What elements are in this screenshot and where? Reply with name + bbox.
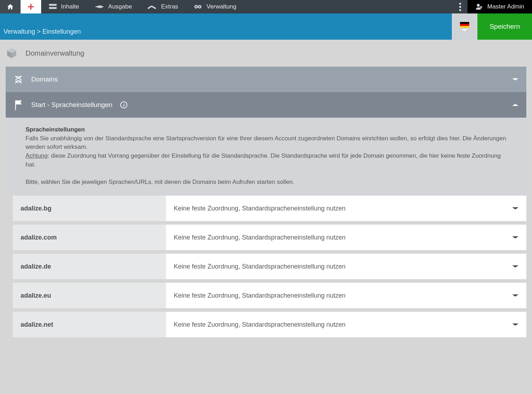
select-value: Keine feste Zuordnung, Standardsprachene… [174,205,508,212]
cube-icon [6,47,18,59]
table-row: adalize.euKeine feste Zuordnung, Standar… [13,283,526,308]
svg-point-8 [477,4,480,7]
home-button[interactable] [0,0,21,13]
nav-item-label: Ausgabe [108,3,132,10]
language-select[interactable]: Keine feste Zuordnung, Standardsprachene… [166,225,526,250]
svg-point-5 [195,6,197,7]
page-title: Domainverwaltung [26,49,84,57]
group-header-domains[interactable]: Domains [6,67,526,92]
nav-item-label: Verwaltung [206,3,236,10]
svg-marker-3 [151,6,156,9]
domain-label: adalize.eu [13,283,166,308]
save-button[interactable]: Speichern [477,13,532,40]
svg-rect-0 [49,4,56,6]
chevron-down-icon [512,265,519,268]
lang-attention-label: Achtung [26,152,48,159]
select-value: Keine feste Zuordnung, Standardsprachene… [174,263,508,270]
lang-paragraph-2: : diese Zuordnung hat Vorrang gegenüber … [26,152,501,168]
nav-item-extras[interactable]: Extras [140,0,186,13]
table-row: adalize.comKeine feste Zuordnung, Standa… [13,225,526,250]
svg-rect-1 [49,7,56,9]
chevron-up-icon [512,104,519,106]
home-icon [6,3,14,10]
chevron-down-icon [512,207,519,209]
nav-item-label: Extras [161,3,178,10]
svg-marker-2 [148,6,152,9]
subheader: Verwaltung > Einstellungen Speichern [0,13,532,40]
svg-point-7 [199,6,200,7]
admin-label: Master Admin [487,3,524,10]
group-title: Start - Spracheinstellungen [31,101,112,109]
select-value: Keine feste Zuordnung, Standardsprachene… [174,292,508,299]
svg-rect-11 [15,100,16,110]
lang-paragraph-1: Falls Sie unabhängig von der Standardspr… [26,134,506,152]
select-value: Keine feste Zuordnung, Standardsprachene… [174,234,508,241]
chevron-down-icon [461,29,468,31]
table-row: adalize.netKeine feste Zuordnung, Standa… [13,312,526,337]
output-icon [95,4,104,9]
nav-item-inhalte[interactable]: Inhalte [41,0,87,13]
domain-label: adalize.bg [13,196,166,221]
table-row: adalize.deKeine feste Zuordnung, Standar… [13,254,526,279]
language-selector[interactable] [452,13,477,40]
svg-point-10 [481,7,482,8]
domain-label: adalize.com [13,225,166,250]
chevron-down-icon [512,323,519,326]
language-select[interactable]: Keine feste Zuordnung, Standardsprachene… [166,312,526,337]
content-icon [49,4,57,10]
flag-icon [13,100,23,110]
flag-de-icon [460,22,469,28]
info-icon[interactable]: i [120,101,127,108]
language-select[interactable]: Keine feste Zuordnung, Standardsprachene… [166,283,526,308]
domain-rows: adalize.bgKeine feste Zuordnung, Standar… [13,196,526,337]
top-nav: Inhalte Ausgabe Extras Verwaltung Master… [0,0,532,13]
language-select[interactable]: Keine feste Zuordnung, Standardsprachene… [166,254,526,279]
lang-heading: Spracheinstellungen [26,126,85,133]
chevron-down-icon [512,78,519,80]
user-icon [475,3,483,10]
gears-icon [194,4,202,10]
chevron-down-icon [512,236,519,238]
kebab-icon [459,3,461,11]
group-header-lang[interactable]: Start - Spracheinstellungen i [6,92,526,118]
nav-item-ausgabe[interactable]: Ausgabe [87,0,140,13]
select-value: Keine feste Zuordnung, Standardsprachene… [174,321,508,328]
breadcrumb[interactable]: Verwaltung > Einstellungen [0,28,84,40]
group-body-lang: Spracheinstellungen Falls Sie unabhängig… [6,118,526,196]
language-select[interactable]: Keine feste Zuordnung, Standardsprachene… [166,196,526,221]
group-title: Domains [31,75,58,83]
dna-icon [13,74,23,84]
more-menu-button[interactable] [453,0,467,13]
nav-item-verwaltung[interactable]: Verwaltung [186,0,244,13]
admin-menu-button[interactable]: Master Admin [467,0,532,13]
plus-button[interactable] [21,0,41,13]
section-title-bar: Domainverwaltung [0,40,532,67]
domain-label: adalize.net [13,312,166,337]
table-row: adalize.bgKeine feste Zuordnung, Standar… [13,196,526,221]
domain-label: adalize.de [13,254,166,279]
extras-icon [148,4,157,9]
save-button-label: Speichern [489,23,520,30]
lang-paragraph-3: Bitte, wählen Sie die jeweligen Sprachen… [26,178,506,187]
chevron-down-icon [512,294,519,297]
nav-item-label: Inhalte [61,3,79,10]
plus-icon [27,3,35,11]
